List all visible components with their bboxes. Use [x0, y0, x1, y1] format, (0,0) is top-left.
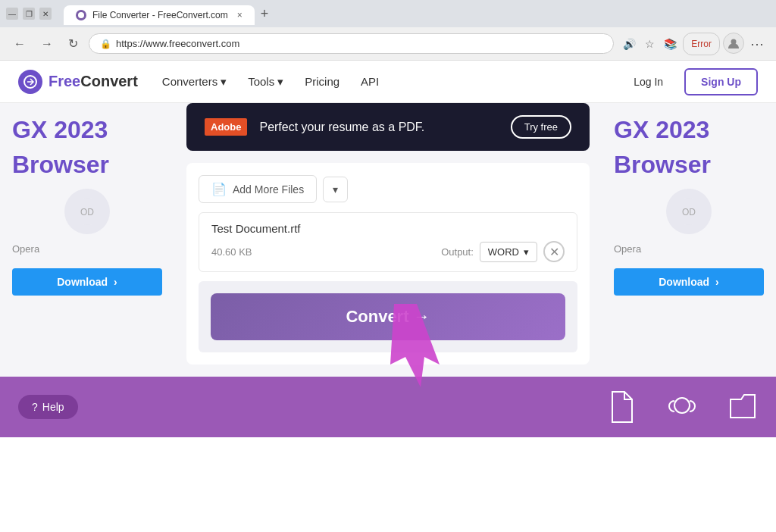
address-text: https://www.freeconvert.com: [116, 38, 602, 49]
left-ad-brand: Opera: [12, 243, 162, 255]
logo-icon: [18, 70, 42, 94]
logo-text: FreeConvert: [48, 73, 138, 90]
svg-point-8: [674, 398, 690, 413]
file-plus-icon: 📄: [211, 182, 227, 196]
logo-area: FreeConvert: [18, 70, 138, 94]
refresh-button[interactable]: ↻: [64, 33, 83, 54]
left-side-ad: GX 2023 Browser OD Opera Download ›: [0, 103, 174, 377]
close-icon: ✕: [549, 245, 559, 259]
svg-text:OD: OD: [682, 207, 696, 217]
add-files-bar: 📄 Add More Files ▾: [199, 175, 577, 203]
address-bar: ← → ↻ 🔒 https://www.freeconvert.com 🔊 ☆ …: [0, 27, 776, 61]
maximize-button[interactable]: ❐: [23, 8, 35, 20]
tab-favicon: [76, 10, 86, 20]
browser-frame: — ❐ ✕ File Converter - FreeConvert.com ×…: [0, 0, 776, 532]
right-download-button[interactable]: Download ›: [614, 268, 764, 296]
left-ad-logo-circle: OD: [64, 189, 110, 234]
left-ad-subtitle: Browser: [12, 150, 162, 179]
logo-free: Free: [48, 73, 80, 89]
tabs-area: File Converter - FreeConvert.com × +: [64, 3, 770, 25]
banner-ad: Adobe Perfect your resume as a PDF. Try …: [186, 103, 590, 151]
svg-text:OD: OD: [80, 207, 94, 217]
minimize-button[interactable]: —: [6, 8, 18, 20]
menu-button[interactable]: ⋯: [747, 33, 767, 55]
svg-point-0: [78, 12, 84, 18]
file-meta: 40.60 KB Output: WORD ▾ ✕: [211, 241, 565, 262]
read-aloud-button[interactable]: 🔊: [620, 33, 639, 55]
nav-api[interactable]: API: [361, 75, 379, 88]
error-badge: Error: [683, 33, 720, 55]
banner-text: Perfect your resume as a PDF.: [259, 120, 498, 134]
left-download-button[interactable]: Download ›: [12, 268, 162, 296]
tab-title: File Converter - FreeConvert.com: [92, 10, 228, 20]
new-tab-button[interactable]: +: [255, 3, 275, 25]
add-files-dropdown-button[interactable]: ▾: [323, 177, 348, 202]
lock-icon: 🔒: [100, 39, 111, 49]
error-label: Error: [691, 39, 712, 49]
left-ad-title: GX 2023: [12, 115, 162, 144]
right-ad-logo-area: OD: [614, 189, 764, 234]
footer: ? Help: [0, 377, 776, 437]
banner-cta-button[interactable]: Try free: [511, 115, 571, 139]
address-actions: 🔊 ☆ 📚 Error ⋯: [620, 33, 767, 55]
adobe-logo: Adobe: [205, 118, 247, 136]
file-size: 40.60 KB: [211, 246, 252, 258]
remove-file-button[interactable]: ✕: [543, 241, 565, 262]
question-icon: ?: [32, 401, 38, 413]
nav-pricing[interactable]: Pricing: [305, 75, 340, 88]
add-files-button[interactable]: 📄 Add More Files: [199, 175, 317, 203]
nav-tools[interactable]: Tools ▾: [248, 75, 283, 89]
right-ad-logo-circle: OD: [666, 189, 712, 234]
chevron-right-icon: ›: [715, 276, 719, 288]
address-input-wrap[interactable]: 🔒 https://www.freeconvert.com: [89, 33, 614, 54]
footer-icon-folder: [728, 389, 758, 425]
nav-converters[interactable]: Converters ▾: [162, 75, 227, 89]
logo-convert: Convert: [80, 73, 138, 89]
back-button[interactable]: ←: [9, 34, 30, 54]
footer-icon-cloud: [667, 389, 697, 425]
footer-icons: [606, 389, 758, 425]
profile-button[interactable]: [723, 33, 744, 54]
output-area: Output: WORD ▾ ✕: [441, 241, 565, 262]
nav-items: Converters ▾ Tools ▾ Pricing API: [162, 75, 597, 89]
collections-button[interactable]: 📚: [661, 33, 680, 55]
webpage: FreeConvert Converters ▾ Tools ▾ Pricing…: [0, 61, 776, 532]
chevron-down-icon: ▾: [333, 183, 338, 196]
footer-icon-document: [606, 389, 637, 425]
convert-section: Convert →: [199, 281, 577, 352]
file-row: Test Document.rtf 40.60 KB Output: WORD …: [199, 212, 577, 272]
center-content: Adobe Perfect your resume as a PDF. Try …: [174, 103, 602, 377]
close-button[interactable]: ✕: [39, 8, 52, 20]
active-tab[interactable]: File Converter - FreeConvert.com ×: [64, 5, 255, 25]
login-button[interactable]: Log In: [621, 70, 675, 94]
output-format-selector[interactable]: WORD ▾: [480, 242, 537, 262]
signup-button[interactable]: Sign Up: [684, 68, 758, 95]
chevron-down-icon: ▾: [221, 75, 227, 89]
left-ad-logo-area: OD: [12, 189, 162, 234]
window-controls: — ❐ ✕: [6, 8, 52, 20]
converter-box: 📄 Add More Files ▾ Test Document.rtf 40.…: [186, 163, 590, 365]
convert-button[interactable]: Convert →: [211, 293, 565, 340]
nav-auth: Log In Sign Up: [621, 68, 758, 95]
forward-button[interactable]: →: [36, 34, 58, 54]
content-area: GX 2023 Browser OD Opera Download ›: [0, 103, 776, 377]
right-ad-title: GX 2023: [614, 115, 764, 144]
site-nav: FreeConvert Converters ▾ Tools ▾ Pricing…: [0, 61, 776, 103]
file-name: Test Document.rtf: [211, 222, 565, 235]
chevron-right-icon: ›: [114, 276, 117, 288]
right-side-ad: GX 2023 Browser OD Opera Download ›: [602, 103, 776, 377]
help-button[interactable]: ? Help: [18, 395, 78, 419]
favorites-button[interactable]: ☆: [642, 33, 658, 55]
tab-close-button[interactable]: ×: [237, 10, 242, 20]
right-ad-brand: Opera: [614, 243, 764, 255]
output-label: Output:: [441, 246, 474, 258]
chevron-down-icon: ▾: [277, 75, 283, 89]
chevron-down-icon: ▾: [524, 246, 529, 258]
title-bar: — ❐ ✕ File Converter - FreeConvert.com ×…: [0, 0, 776, 27]
right-ad-subtitle: Browser: [614, 150, 764, 179]
